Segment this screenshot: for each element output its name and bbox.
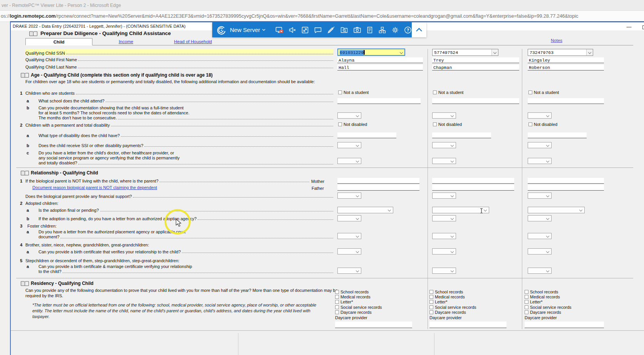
fulltime-select-1[interactable] (337, 112, 361, 119)
daycare-provider-input-3[interactable] (525, 322, 604, 328)
session-log-icon[interactable] (366, 26, 373, 34)
checkbox[interactable] (429, 305, 433, 309)
school-records-check-2[interactable]: School records (429, 289, 506, 294)
checkbox[interactable] (433, 90, 437, 94)
file-search-icon[interactable] (340, 26, 348, 34)
marriage-cert-select-1[interactable] (337, 268, 361, 274)
checkbox[interactable] (335, 295, 339, 299)
ssn-combo-2[interactable]: 577497524 (432, 49, 498, 56)
daycare-records-check-1[interactable]: Daycare records (335, 310, 412, 315)
disability-type-input-3[interactable] (528, 132, 587, 138)
maximize-button[interactable] (642, 25, 644, 29)
toolbar-collapse-button[interactable] (412, 22, 426, 37)
last-name-input-3[interactable]: Roberson (528, 65, 604, 70)
adoption-letter-select-1[interactable] (337, 215, 361, 221)
checkbox[interactable] (525, 310, 528, 314)
first-name-input-3[interactable]: Kingsley (528, 57, 604, 63)
display-disconnect-icon[interactable] (275, 26, 283, 34)
support-select-2[interactable] (432, 193, 456, 199)
daycare-records-check-2[interactable]: Daycare records (429, 310, 506, 315)
checkbox[interactable] (335, 290, 339, 294)
screenshot-icon[interactable] (353, 26, 361, 34)
mother-where-input-1[interactable] (337, 178, 419, 184)
doctor-letter-select-2[interactable] (432, 158, 456, 164)
not-disabled-check-1[interactable]: Not disabled (338, 122, 367, 127)
medical-records-check-1[interactable]: Medical records (335, 294, 412, 299)
server-menu[interactable]: New Server (230, 27, 260, 33)
checkbox[interactable] (525, 300, 528, 304)
chat-icon[interactable] (314, 26, 322, 34)
checkbox[interactable] (525, 305, 528, 309)
social-service-check-1[interactable]: Social service records (335, 305, 412, 310)
chevron-down-icon[interactable] (262, 28, 266, 31)
school-records-check-1[interactable]: School records (335, 289, 412, 294)
ssn-combo-3[interactable]: 732479763 (528, 49, 593, 56)
checkbox[interactable] (429, 300, 433, 304)
annotate-icon[interactable] (327, 26, 335, 34)
checkbox[interactable] (429, 310, 433, 314)
social-service-check-2[interactable]: Social service records (429, 305, 506, 310)
ssi-select-3[interactable] (528, 142, 552, 148)
minimize-button[interactable]: — (625, 24, 633, 30)
placement-letter-select-1[interactable] (337, 233, 361, 239)
doctor-letter-select-1[interactable] (337, 158, 361, 164)
school-records-check-3[interactable]: School records (525, 289, 604, 294)
medical-records-check-3[interactable]: Medical records (525, 294, 604, 299)
checkbox[interactable] (335, 310, 339, 314)
daycare-records-check-3[interactable]: Daycare records (525, 310, 604, 315)
document-reason-link[interactable]: Document reason biological parent is NOT… (32, 185, 157, 190)
tab-child[interactable]: Child (25, 38, 92, 45)
marriage-cert-select-2[interactable] (432, 268, 456, 274)
support-select-1[interactable] (337, 193, 361, 199)
first-name-input-1[interactable]: Alayna (337, 57, 423, 63)
checkbox[interactable] (335, 305, 339, 309)
not-a-student-check-2[interactable]: Not a student (433, 90, 463, 95)
ssi-select-1[interactable] (337, 142, 361, 148)
fulltime-select-2[interactable] (432, 112, 456, 119)
support-select-3[interactable] (528, 193, 552, 199)
ssi-select-2[interactable] (432, 142, 456, 148)
adoption-letter-select-2[interactable] (432, 215, 456, 221)
disability-type-input-1[interactable] (337, 132, 396, 138)
tab-income[interactable]: Income (92, 38, 159, 45)
adoption-status-select-1[interactable] (337, 207, 393, 213)
checkbox[interactable] (338, 90, 342, 94)
first-name-input-2[interactable]: Trey (432, 57, 519, 63)
fulltime-select-3[interactable] (528, 112, 552, 119)
medical-records-check-2[interactable]: Medical records (429, 294, 506, 299)
checkbox[interactable] (429, 295, 433, 299)
settings-icon[interactable] (391, 26, 399, 34)
birth-cert-select-3[interactable] (528, 248, 552, 255)
social-service-check-3[interactable]: Social service records (525, 305, 604, 310)
school-input-1[interactable] (337, 98, 421, 104)
birth-cert-select-2[interactable] (432, 248, 456, 255)
ssn-combo-1[interactable]: 691031229 (337, 49, 405, 56)
checkbox[interactable] (528, 122, 532, 126)
last-name-input-2[interactable]: Chapman (432, 65, 519, 70)
school-input-3[interactable] (528, 98, 604, 104)
checkbox[interactable] (338, 122, 342, 126)
checkbox[interactable] (528, 90, 532, 94)
help-icon[interactable]: ? (404, 26, 412, 34)
letter-check-1[interactable]: Letter* (335, 300, 412, 305)
placement-letter-select-3[interactable] (528, 233, 552, 239)
not-a-student-check-3[interactable]: Not a student (528, 90, 559, 95)
not-disabled-check-2[interactable]: Not disabled (433, 122, 462, 127)
apps-icon[interactable] (378, 26, 386, 34)
letter-check-2[interactable]: Letter* (429, 300, 506, 305)
father-where-input-3[interactable] (528, 185, 604, 191)
checkbox[interactable] (433, 122, 437, 126)
daycare-provider-input-1[interactable] (335, 322, 412, 328)
disability-type-input-2[interactable] (432, 132, 491, 138)
fullscreen-icon[interactable] (301, 26, 309, 34)
tab-head-of-household[interactable]: Head of Household (159, 38, 226, 45)
mother-where-input-3[interactable] (528, 178, 604, 184)
not-disabled-check-3[interactable]: Not disabled (528, 122, 557, 127)
not-a-student-check-1[interactable]: Not a student (338, 90, 369, 95)
doctor-letter-select-3[interactable] (528, 158, 552, 164)
marriage-cert-select-3[interactable] (528, 268, 552, 274)
address-bar[interactable]: os://login.remotepc.com/rpcnew/connect?n… (0, 11, 644, 22)
adoption-status-select-3[interactable] (528, 207, 585, 213)
checkbox[interactable] (335, 300, 339, 304)
checkbox[interactable] (525, 290, 528, 294)
